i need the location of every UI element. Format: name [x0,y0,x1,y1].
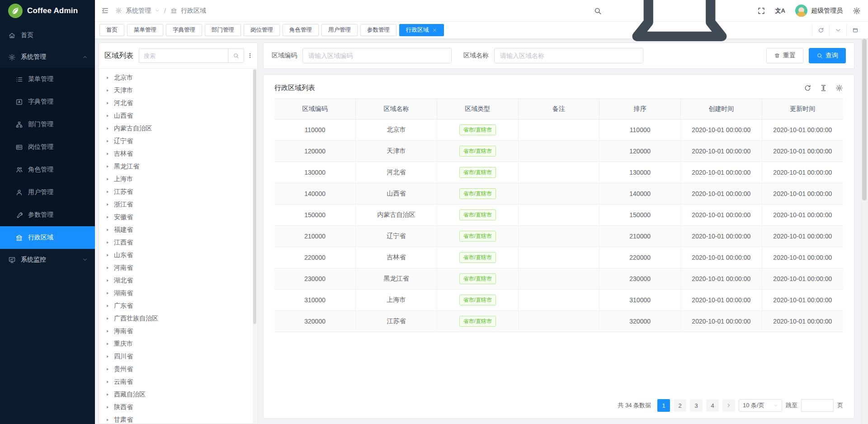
search-icon[interactable] [594,7,602,15]
column-settings-icon[interactable] [835,84,843,92]
table-row[interactable]: 140000山西省省市/直辖市1400002020-10-01 00:00:00… [274,183,843,205]
table-column-header[interactable]: 区域编码 [274,99,356,119]
tree-item[interactable]: 内蒙古自治区 [99,122,257,135]
tree-item[interactable]: 广东省 [99,300,257,312]
breadcrumb-section[interactable]: 系统管理 [126,7,151,15]
sidebar-item[interactable]: 行政区域 [0,226,95,249]
jump-page-input[interactable] [801,399,834,412]
table-column-header[interactable]: 创建时间 [681,99,762,119]
tree-item[interactable]: 天津市 [99,84,257,97]
tree-item[interactable]: 上海市 [99,173,257,186]
tab[interactable]: 部门管理 [205,24,241,36]
tree-search-input[interactable] [139,48,228,63]
table-row[interactable]: 110000北京市省市/直辖市1100002020-10-01 00:00:00… [274,119,843,141]
table-row[interactable]: 310000上海市省市/直辖市3100002020-10-01 00:00:00… [274,290,843,311]
tree-item[interactable]: 北京市 [99,71,257,84]
tab-close-icon[interactable] [432,28,437,33]
tree-item[interactable]: 甘肃省 [99,414,257,424]
sidebar-item[interactable]: 参数管理 [0,204,95,226]
tab[interactable]: 字典管理 [166,24,202,36]
table-row[interactable]: 130000河北省省市/直辖市1300002020-10-01 00:00:00… [274,162,843,183]
language-switch-icon[interactable]: 文A [775,7,785,15]
reset-button[interactable]: 重置 [766,48,803,63]
page-button[interactable]: 1 [657,399,670,412]
tab[interactable]: 岗位管理 [244,24,280,36]
tree-item[interactable]: 浙江省 [99,198,257,211]
tab[interactable]: 用户管理 [321,24,358,36]
tab[interactable]: 角色管理 [283,24,319,36]
tree-scrollbar[interactable] [253,69,257,423]
tab-options-button[interactable] [829,24,846,36]
tree-item[interactable]: 河南省 [99,262,257,274]
tree-item[interactable]: 江西省 [99,236,257,249]
page-button[interactable]: 3 [690,399,703,412]
tree-item[interactable]: 西藏自治区 [99,388,257,401]
maximize-view-button[interactable] [846,24,863,36]
logo[interactable]: Coffee Admin [0,0,95,22]
table-column-header[interactable]: 区域类型 [437,99,518,119]
sidebar-item[interactable]: 岗位管理 [0,136,95,158]
sidebar-item[interactable]: 部门管理 [0,113,95,136]
tree-item[interactable]: 河北省 [99,97,257,110]
tab[interactable]: 菜单管理 [127,24,163,36]
tree-item[interactable]: 重庆市 [99,338,257,350]
table-row[interactable]: 230000黑龙江省省市/直辖市2300002020-10-01 00:00:0… [274,268,843,290]
tree-item[interactable]: 福建省 [99,224,257,236]
table-row[interactable]: 210000辽宁省省市/直辖市2100002020-10-01 00:00:00… [274,226,843,247]
page-button[interactable]: 2 [674,399,686,412]
tab[interactable]: 行政区域 [399,24,444,36]
tree-item[interactable]: 湖南省 [99,287,257,300]
sidebar-item[interactable]: 字典管理 [0,91,95,113]
user-menu[interactable]: 超级管理员 [795,5,843,17]
region-code-input[interactable] [302,48,452,63]
window-scrollbar[interactable] [861,39,867,424]
tree-item[interactable]: 山西省 [99,110,257,122]
page-size-select[interactable]: 10 条/页 [739,399,782,412]
tree-item[interactable]: 江苏省 [99,186,257,198]
tree-item[interactable]: 黑龙江省 [99,160,257,173]
tree-item[interactable]: 广西壮族自治区 [99,312,257,325]
row-density-icon[interactable] [820,84,827,92]
table-column-header[interactable]: 排序 [599,99,681,119]
page-button[interactable]: 4 [706,399,719,412]
tree-more-button[interactable] [247,48,253,63]
table-column-header[interactable]: 更新时间 [762,99,843,119]
tree-item[interactable]: 云南省 [99,376,257,388]
query-button[interactable]: 查询 [809,48,846,63]
region-name-input[interactable] [494,48,643,63]
caret-right-icon [105,164,110,169]
table-row[interactable]: 320000江苏省省市/直辖市3200002020-10-01 00:00:00… [274,311,843,332]
table-row[interactable]: 150000内蒙古自治区省市/直辖市1500002020-10-01 00:00… [274,205,843,226]
sidebar-group[interactable]: 系统管理 [0,46,95,68]
table-column-header[interactable]: 备注 [518,99,599,119]
region-type-tag: 省市/直辖市 [459,252,496,263]
tree-item[interactable]: 安徽省 [99,211,257,224]
table-cell: 2020-10-01 00:00:00 [762,141,843,162]
sidebar-item[interactable]: 首页 [0,24,95,46]
collapse-sidebar-icon[interactable] [101,7,109,14]
tree-item[interactable]: 吉林省 [99,148,257,160]
refresh-tab-button[interactable] [812,24,829,36]
tab[interactable]: 首页 [99,24,124,36]
table-refresh-icon[interactable] [804,84,811,92]
tree-search-button[interactable] [228,48,244,63]
tree-item[interactable]: 陕西省 [99,401,257,414]
sidebar-item[interactable]: 用户管理 [0,181,95,204]
tree-item[interactable]: 辽宁省 [99,135,257,148]
table-cell: 310000 [274,290,356,311]
table-column-header[interactable]: 区域名称 [356,99,437,119]
tree-item[interactable]: 山东省 [99,249,257,262]
tree-item[interactable]: 湖北省 [99,274,257,287]
fullscreen-icon[interactable] [757,7,765,15]
tree-item[interactable]: 海南省 [99,325,257,338]
tab[interactable]: 参数管理 [360,24,396,36]
next-page-button[interactable] [722,399,735,412]
settings-gear-icon[interactable] [853,7,861,15]
table-row[interactable]: 220000吉林省省市/直辖市2200002020-10-01 00:00:00… [274,247,843,268]
sidebar-item[interactable]: 角色管理 [0,158,95,181]
table-row[interactable]: 120000天津市省市/直辖市1200002020-10-01 00:00:00… [274,141,843,162]
tree-item[interactable]: 四川省 [99,350,257,363]
sidebar-group[interactable]: 系统监控 [0,249,95,271]
tree-item[interactable]: 贵州省 [99,363,257,376]
sidebar-item[interactable]: 菜单管理 [0,68,95,91]
